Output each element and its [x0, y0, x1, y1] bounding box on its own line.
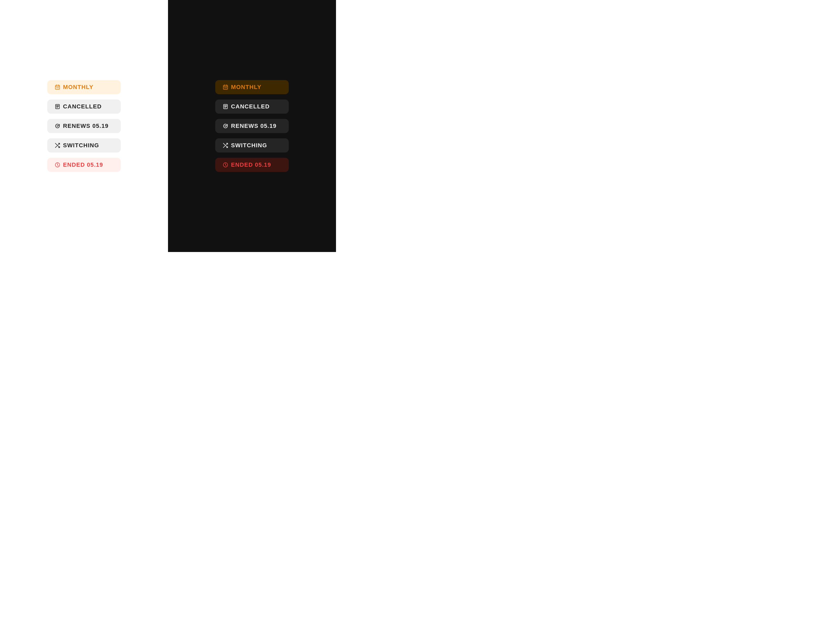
switching-label-light: SWITCHING [63, 142, 99, 149]
ended-label-light: ENDED 05.19 [63, 161, 103, 168]
badge-switching-dark: SWITCHING [215, 138, 289, 153]
svg-point-27 [225, 125, 226, 127]
svg-rect-20 [225, 87, 226, 88]
dark-panel: MONTHLY CANCELLED RENEWS 05.19 SWITCH [168, 0, 336, 252]
refresh-icon-light [55, 123, 60, 129]
badge-monthly-light: MONTHLY [47, 80, 121, 94]
shuffle-icon-light [55, 142, 60, 148]
refresh-icon-dark [223, 123, 228, 129]
clock-icon-light [55, 162, 60, 168]
badge-renews-dark: RENEWS 05.19 [215, 119, 289, 133]
badge-cancelled-dark: CANCELLED [215, 99, 289, 114]
svg-rect-15 [223, 85, 228, 90]
monthly-label-dark: MONTHLY [231, 84, 261, 90]
badge-ended-light: ENDED 05.19 [47, 158, 121, 172]
ended-label-dark: ENDED 05.19 [231, 161, 271, 168]
svg-rect-5 [57, 87, 58, 88]
monthly-label-light: MONTHLY [63, 84, 93, 90]
layers-icon-dark [223, 104, 228, 109]
badge-ended-dark: ENDED 05.19 [215, 158, 289, 172]
cancelled-label-dark: CANCELLED [231, 103, 270, 110]
badge-monthly-dark: MONTHLY [215, 80, 289, 94]
cancelled-label-light: CANCELLED [63, 103, 102, 110]
renews-label-dark: RENEWS 05.19 [231, 123, 277, 129]
badge-cancelled-light: CANCELLED [47, 99, 121, 114]
calendar-icon [55, 84, 60, 90]
calendar-icon-dark [223, 84, 228, 90]
renews-label-light: RENEWS 05.19 [63, 123, 109, 129]
switching-label-dark: SWITCHING [231, 142, 267, 149]
layers-icon-light [55, 104, 60, 109]
light-panel: MONTHLY CANCELLED RENEWS 05.19 SWITCH [0, 0, 168, 252]
badge-switching-light: SWITCHING [47, 138, 121, 153]
badge-renews-light: RENEWS 05.19 [47, 119, 121, 133]
svg-point-12 [57, 125, 58, 127]
clock-icon-dark [223, 162, 228, 168]
shuffle-icon-dark [223, 142, 228, 148]
svg-rect-21 [226, 87, 227, 88]
svg-rect-4 [56, 87, 57, 88]
svg-rect-0 [55, 85, 60, 90]
svg-rect-19 [224, 87, 225, 88]
svg-rect-6 [58, 87, 59, 88]
